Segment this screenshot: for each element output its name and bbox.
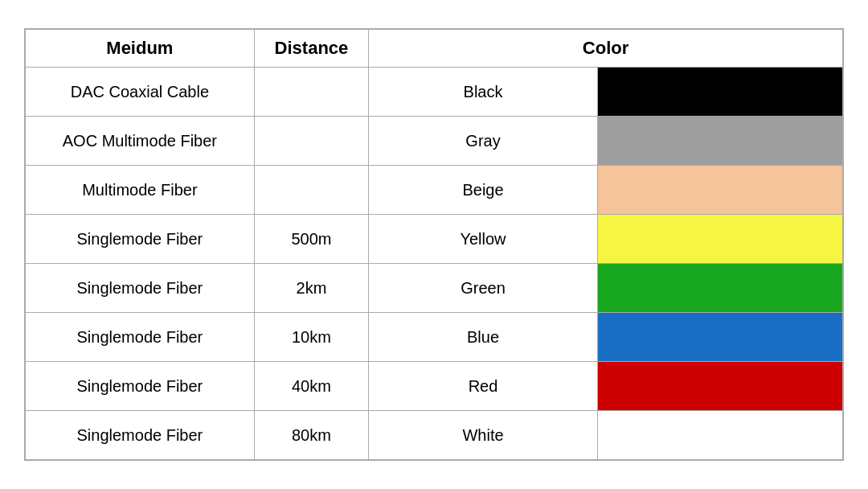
color-swatch — [598, 313, 842, 361]
cell-distance: 500m — [254, 215, 368, 264]
color-swatch — [598, 362, 842, 410]
color-swatch — [598, 117, 842, 165]
table-row: Singlemode Fiber500mYellow — [26, 215, 843, 264]
table-row: Singlemode Fiber10kmBlue — [26, 313, 843, 362]
cell-color-swatch — [597, 313, 842, 362]
cell-color-label: White — [369, 411, 598, 460]
header-row: Meidum Distance Color — [26, 30, 843, 68]
table-row: AOC Multimode FiberGray — [26, 117, 843, 166]
cell-medium: AOC Multimode Fiber — [26, 117, 255, 166]
color-swatch — [598, 411, 842, 459]
color-swatch — [598, 215, 842, 263]
color-name: Gray — [369, 117, 597, 165]
cell-color-label: Yellow — [369, 215, 598, 264]
main-table-wrapper: Meidum Distance Color DAC Coaxial CableB… — [24, 28, 844, 461]
cell-color-swatch — [597, 68, 842, 117]
cell-medium: Singlemode Fiber — [26, 264, 255, 313]
table-row: Multimode FiberBeige — [26, 166, 843, 215]
distance-label: 10km — [255, 313, 368, 361]
cell-color-swatch — [597, 215, 842, 264]
medium-label: Singlemode Fiber — [26, 264, 254, 312]
medium-label: DAC Coaxial Cable — [26, 68, 254, 116]
distance-label — [255, 117, 368, 165]
cell-color-label: Beige — [369, 166, 598, 215]
cell-color-swatch — [597, 411, 842, 460]
table-row: Singlemode Fiber2kmGreen — [26, 264, 843, 313]
cell-color-swatch — [597, 264, 842, 313]
cell-color-swatch — [597, 117, 842, 166]
color-table: Meidum Distance Color DAC Coaxial CableB… — [25, 29, 843, 460]
color-swatch — [598, 68, 842, 116]
medium-label: Multimode Fiber — [26, 166, 254, 214]
distance-label — [255, 166, 368, 214]
cell-distance: 40km — [254, 362, 368, 411]
cell-medium: DAC Coaxial Cable — [26, 68, 255, 117]
distance-label: 2km — [255, 264, 368, 312]
color-name: Black — [369, 68, 597, 116]
cell-color-label: Green — [369, 264, 598, 313]
cell-color-swatch — [597, 362, 842, 411]
color-name: Green — [369, 264, 597, 312]
color-swatch — [598, 166, 842, 214]
cell-medium: Singlemode Fiber — [26, 313, 255, 362]
cell-distance — [254, 117, 368, 166]
header-medium: Meidum — [26, 30, 255, 68]
cell-color-label: Blue — [369, 313, 598, 362]
header-distance: Distance — [254, 30, 368, 68]
color-name: White — [369, 411, 597, 459]
medium-label: Singlemode Fiber — [26, 215, 254, 263]
color-name: Beige — [369, 166, 597, 214]
medium-label: Singlemode Fiber — [26, 362, 254, 410]
distance-label: 80km — [255, 411, 368, 459]
cell-medium: Singlemode Fiber — [26, 411, 255, 460]
distance-label: 40km — [255, 362, 368, 410]
color-name: Blue — [369, 313, 597, 361]
cell-color-label: Gray — [369, 117, 598, 166]
cell-medium: Multimode Fiber — [26, 166, 255, 215]
cell-distance: 10km — [254, 313, 368, 362]
color-name: Red — [369, 362, 597, 410]
table-body: DAC Coaxial CableBlackAOC Multimode Fibe… — [26, 68, 843, 460]
cell-distance: 2km — [254, 264, 368, 313]
cell-medium: Singlemode Fiber — [26, 362, 255, 411]
medium-label: AOC Multimode Fiber — [26, 117, 254, 165]
distance-label: 500m — [255, 215, 368, 263]
cell-color-swatch — [597, 166, 842, 215]
cell-distance — [254, 68, 368, 117]
table-row: DAC Coaxial CableBlack — [26, 68, 843, 117]
cell-distance: 80km — [254, 411, 368, 460]
distance-label — [255, 68, 368, 116]
cell-distance — [254, 166, 368, 215]
table-row: Singlemode Fiber40kmRed — [26, 362, 843, 411]
table-row: Singlemode Fiber80kmWhite — [26, 411, 843, 460]
cell-color-label: Black — [369, 68, 598, 117]
medium-label: Singlemode Fiber — [26, 411, 254, 459]
cell-color-label: Red — [369, 362, 598, 411]
color-swatch — [598, 264, 842, 312]
medium-label: Singlemode Fiber — [26, 313, 254, 361]
cell-medium: Singlemode Fiber — [26, 215, 255, 264]
color-name: Yellow — [369, 215, 597, 263]
header-color: Color — [369, 30, 843, 68]
